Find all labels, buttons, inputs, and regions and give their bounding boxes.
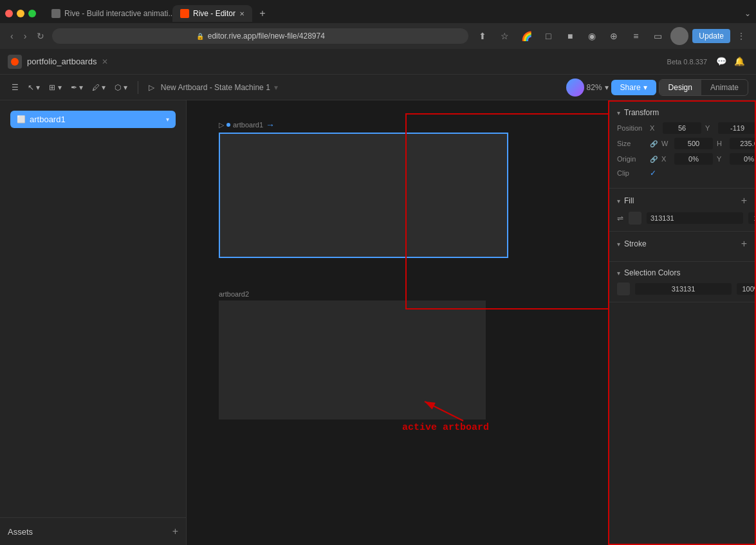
transform-chevron-icon[interactable]: ▾ — [617, 109, 620, 116]
pen-tool[interactable]: ✒ ▾ — [67, 80, 87, 95]
size-h-axis: H — [717, 140, 726, 147]
browser-tab-1[interactable]: Rive - Build interactive animati... ✕ — [44, 5, 172, 22]
artboard1-arrow: → — [266, 120, 275, 130]
origin-y-axis: Y — [717, 155, 726, 163]
ext5-button[interactable]: ≡ — [627, 27, 645, 45]
close-traffic-light[interactable] — [5, 10, 13, 17]
origin-y-input[interactable] — [730, 153, 756, 165]
more-menu-button[interactable]: ⋮ — [734, 30, 748, 42]
transform-tool[interactable]: ⊞ ▾ — [45, 80, 65, 95]
fill-chevron-icon[interactable]: ▾ — [617, 198, 620, 205]
canvas-area[interactable]: ▷ artboard1 → artboard2 active artboard — [187, 100, 608, 545]
artboard-path[interactable]: New Artboard - State Machine 1 ▾ — [161, 83, 278, 92]
position-x-input[interactable] — [663, 122, 701, 134]
stroke-chevron-icon[interactable]: ▾ — [617, 241, 620, 248]
select-tool[interactable]: ↖ ▾ — [24, 80, 44, 95]
artboard-item-label: artboard1 — [30, 115, 162, 124]
stroke-add-button[interactable]: + — [741, 238, 747, 250]
zoom-value: 82% — [587, 83, 602, 92]
play-button[interactable]: ▷ — [145, 80, 158, 95]
address-bar[interactable]: 🔒 editor.rive.app/file/new-file/428974 — [52, 28, 468, 44]
position-y-input[interactable] — [718, 122, 756, 134]
beta-badge: Beta 0.8.337 — [667, 58, 707, 66]
screenshot-button[interactable]: ⬆ — [474, 27, 492, 45]
artboard1-label: ▷ artboard1 → — [219, 120, 508, 130]
add-asset-button[interactable]: + — [172, 526, 178, 537]
fill-add-button[interactable]: + — [741, 195, 747, 207]
file-close-button[interactable]: ✕ — [102, 57, 108, 66]
toolbar-tools: ☰ ↖ ▾ ⊞ ▾ ✒ ▾ 🖊 ▾ ⬡ ▾ — [8, 80, 131, 95]
user-avatar[interactable] — [566, 79, 584, 97]
ext1-button[interactable]: □ — [539, 27, 557, 45]
annotation-active-artboard: active artboard — [402, 422, 489, 433]
animate-mode-button[interactable]: Animate — [701, 80, 748, 95]
path-tool[interactable]: 🖊 ▾ — [88, 80, 109, 95]
size-h-input[interactable] — [730, 138, 756, 149]
stroke-section: ▾ Stroke + — [609, 232, 755, 262]
clip-label: Clip — [617, 169, 646, 177]
main-content: ⬜ artboard1 ▾ Assets + ▷ artboard1 → — [0, 100, 756, 545]
assets-label: Assets — [8, 527, 33, 537]
shape-tool[interactable]: ⬡ ▾ — [111, 80, 131, 95]
origin-x-input[interactable] — [674, 153, 713, 165]
design-mode-button[interactable]: Design — [659, 80, 701, 95]
sel-colors-chevron-icon[interactable]: ▾ — [617, 270, 620, 277]
browser-chrome: Rive - Build interactive animati... ✕ Ri… — [0, 0, 756, 49]
hamburger-button[interactable]: ☰ — [8, 80, 23, 95]
ext2-button[interactable]: ■ — [561, 27, 579, 45]
ext3-button[interactable]: ◉ — [583, 27, 601, 45]
user-button[interactable] — [670, 27, 688, 45]
tab-more-button[interactable]: ⌄ — [744, 9, 751, 18]
sidebar-active-artboard[interactable]: ⬜ artboard1 ▾ — [10, 111, 176, 128]
artboard1-dot — [226, 123, 230, 127]
sel-color-swatch[interactable] — [617, 282, 630, 295]
transform-header: ▾ Transform — [617, 108, 747, 117]
bookmark-button[interactable]: ☆ — [495, 27, 513, 45]
tab-favicon-2 — [180, 9, 189, 18]
size-w-axis: W — [661, 140, 670, 147]
fill-color-input[interactable] — [647, 212, 743, 224]
browser-addressbar: ‹ › ↻ 🔒 editor.rive.app/file/new-file/42… — [0, 23, 756, 49]
app: portfolio_artboards ✕ Beta 0.8.337 💬 🔔 ☰… — [0, 49, 756, 545]
sel-color-input[interactable] — [635, 283, 732, 295]
zoom-chevron: ▾ — [605, 83, 609, 92]
reload-button[interactable]: ↻ — [34, 30, 47, 42]
fill-section: ▾ Fill + ⇌ 👁 — [609, 189, 755, 232]
ext4-button[interactable]: ⊕ — [605, 27, 623, 45]
app-logo — [8, 55, 22, 69]
mode-toggle: Design Animate — [659, 79, 748, 96]
transform-section: ▾ Transform Position X Y Size 🔗 W — [609, 102, 755, 189]
zoom-control[interactable]: 82% ▾ — [587, 83, 609, 92]
maximize-traffic-light[interactable] — [28, 10, 36, 17]
forward-button[interactable]: › — [21, 30, 30, 42]
sidebar-toggle-button[interactable]: ▭ — [649, 27, 667, 45]
sel-opacity-input[interactable] — [737, 283, 756, 295]
artboard1[interactable] — [219, 133, 508, 258]
share-chevron: ▾ — [643, 83, 647, 92]
minimize-traffic-light[interactable] — [17, 10, 24, 17]
artboard2[interactable] — [219, 300, 486, 420]
tab-favicon-1 — [51, 9, 60, 18]
new-tab-button[interactable]: + — [255, 6, 270, 21]
fill-opacity-input[interactable] — [748, 212, 756, 224]
browser-actions: ⬆ ☆ 🌈 □ ■ ◉ ⊕ ≡ ▭ Update ⋮ — [474, 27, 748, 45]
lock-icon: 🔒 — [196, 33, 204, 40]
share-button[interactable]: Share ▾ — [611, 80, 656, 95]
tab-close-2[interactable]: ✕ — [239, 10, 244, 17]
artboard1-name: artboard1 — [233, 121, 263, 129]
rainbow-button[interactable]: 🌈 — [517, 27, 535, 45]
size-w-input[interactable] — [674, 138, 713, 149]
fill-color-swatch[interactable] — [629, 212, 641, 225]
browser-tabs: Rive - Build interactive animati... ✕ Ri… — [0, 0, 756, 23]
svg-point-0 — [11, 58, 19, 66]
clip-check-icon[interactable]: ✓ — [650, 169, 656, 178]
selection-colors-section: ▾ Selection Colors ↻ — [609, 262, 755, 302]
chat-button[interactable]: 💬 — [712, 53, 730, 71]
sel-colors-title: Selection Colors — [624, 268, 747, 277]
bell-button[interactable]: 🔔 — [730, 53, 748, 71]
artboard-icon: ⬜ — [17, 115, 26, 124]
artboard2-container: artboard2 — [219, 290, 486, 420]
update-button[interactable]: Update — [692, 29, 730, 43]
back-button[interactable]: ‹ — [8, 30, 16, 42]
browser-tab-2[interactable]: Rive - Editor ✕ — [172, 5, 252, 22]
